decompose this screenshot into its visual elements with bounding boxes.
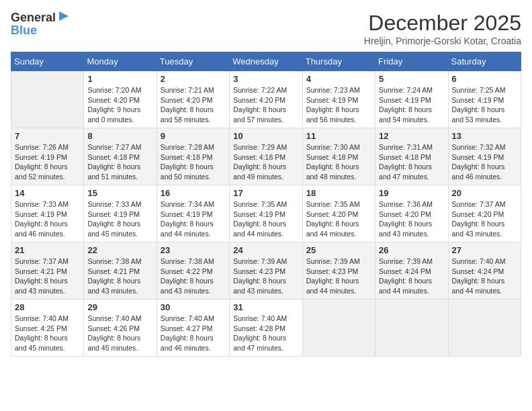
- page-header: General Blue December 2025 Hreljin, Prim…: [11, 11, 521, 46]
- logo-arrow-icon: [58, 10, 70, 22]
- cell-date-number: 30: [161, 302, 226, 312]
- calendar-cell: 22Sunrise: 7:38 AMSunset: 4:21 PMDayligh…: [84, 242, 157, 300]
- cell-date-number: 31: [233, 302, 298, 312]
- calendar-table: SundayMondayTuesdayWednesdayThursdayFrid…: [11, 52, 521, 357]
- calendar-cell: 2Sunrise: 7:21 AMSunset: 4:20 PMDaylight…: [157, 71, 229, 128]
- cell-date-number: 8: [87, 131, 152, 141]
- logo-blue: Blue: [11, 24, 37, 38]
- calendar-cell: 29Sunrise: 7:40 AMSunset: 4:26 PMDayligh…: [84, 300, 157, 357]
- cell-info-text: Sunrise: 7:35 AMSunset: 4:20 PMDaylight:…: [306, 199, 371, 239]
- calendar-cell: 23Sunrise: 7:38 AMSunset: 4:22 PMDayligh…: [157, 242, 229, 300]
- cell-info-text: Sunrise: 7:39 AMSunset: 4:23 PMDaylight:…: [306, 257, 371, 296]
- calendar-cell: 26Sunrise: 7:39 AMSunset: 4:24 PMDayligh…: [375, 242, 448, 300]
- calendar-cell: 5Sunrise: 7:24 AMSunset: 4:19 PMDaylight…: [375, 71, 448, 128]
- cell-info-text: Sunrise: 7:23 AMSunset: 4:19 PMDaylight:…: [306, 85, 371, 125]
- cell-info-text: Sunrise: 7:40 AMSunset: 4:25 PMDaylight:…: [15, 314, 80, 353]
- calendar-cell: [375, 300, 448, 357]
- cell-date-number: 7: [15, 131, 80, 141]
- cell-date-number: 6: [452, 74, 517, 84]
- cell-info-text: Sunrise: 7:25 AMSunset: 4:19 PMDaylight:…: [452, 85, 517, 125]
- cell-date-number: 14: [15, 188, 80, 198]
- cell-info-text: Sunrise: 7:39 AMSunset: 4:23 PMDaylight:…: [233, 257, 298, 296]
- cell-info-text: Sunrise: 7:40 AMSunset: 4:27 PMDaylight:…: [161, 314, 226, 353]
- cell-info-text: Sunrise: 7:21 AMSunset: 4:20 PMDaylight:…: [161, 85, 226, 125]
- cell-date-number: 18: [306, 188, 371, 198]
- calendar-cell: 16Sunrise: 7:34 AMSunset: 4:19 PMDayligh…: [157, 185, 229, 242]
- cell-info-text: Sunrise: 7:33 AMSunset: 4:19 PMDaylight:…: [15, 199, 80, 239]
- calendar-cell: 30Sunrise: 7:40 AMSunset: 4:27 PMDayligh…: [157, 300, 229, 357]
- cell-info-text: Sunrise: 7:28 AMSunset: 4:18 PMDaylight:…: [161, 142, 226, 182]
- cell-info-text: Sunrise: 7:38 AMSunset: 4:22 PMDaylight:…: [161, 257, 226, 296]
- calendar-cell: 7Sunrise: 7:26 AMSunset: 4:19 PMDaylight…: [11, 128, 84, 185]
- cell-info-text: Sunrise: 7:22 AMSunset: 4:20 PMDaylight:…: [233, 85, 298, 125]
- calendar-cell: 11Sunrise: 7:30 AMSunset: 4:18 PMDayligh…: [302, 128, 375, 185]
- calendar-cell: 13Sunrise: 7:32 AMSunset: 4:19 PMDayligh…: [448, 128, 521, 185]
- calendar-cell: 6Sunrise: 7:25 AMSunset: 4:19 PMDaylight…: [448, 71, 521, 128]
- cell-date-number: 28: [15, 302, 80, 312]
- cell-date-number: 27: [452, 245, 517, 255]
- header-day-monday: Monday: [84, 52, 157, 71]
- cell-date-number: 22: [87, 245, 152, 255]
- week-row-3: 21Sunrise: 7:37 AMSunset: 4:21 PMDayligh…: [11, 242, 521, 300]
- header-day-saturday: Saturday: [448, 52, 521, 71]
- cell-date-number: 23: [161, 245, 226, 255]
- month-title: December 2025: [364, 11, 521, 36]
- cell-info-text: Sunrise: 7:31 AMSunset: 4:18 PMDaylight:…: [379, 142, 444, 182]
- cell-date-number: 24: [233, 245, 298, 255]
- cell-info-text: Sunrise: 7:40 AMSunset: 4:24 PMDaylight:…: [452, 257, 517, 296]
- cell-info-text: Sunrise: 7:30 AMSunset: 4:18 PMDaylight:…: [306, 142, 371, 182]
- calendar-cell: 24Sunrise: 7:39 AMSunset: 4:23 PMDayligh…: [230, 242, 302, 300]
- cell-info-text: Sunrise: 7:24 AMSunset: 4:19 PMDaylight:…: [379, 85, 444, 125]
- header-day-thursday: Thursday: [302, 52, 375, 71]
- header-day-friday: Friday: [375, 52, 448, 71]
- cell-date-number: 25: [306, 245, 371, 255]
- calendar-cell: 17Sunrise: 7:35 AMSunset: 4:19 PMDayligh…: [230, 185, 302, 242]
- header-day-tuesday: Tuesday: [157, 52, 229, 71]
- calendar-cell: 28Sunrise: 7:40 AMSunset: 4:25 PMDayligh…: [11, 300, 84, 357]
- cell-date-number: 19: [379, 188, 444, 198]
- cell-date-number: 9: [161, 131, 226, 141]
- cell-date-number: 10: [233, 131, 298, 141]
- cell-info-text: Sunrise: 7:37 AMSunset: 4:21 PMDaylight:…: [15, 257, 80, 296]
- cell-date-number: 20: [452, 188, 517, 198]
- calendar-cell: 8Sunrise: 7:27 AMSunset: 4:18 PMDaylight…: [84, 128, 157, 185]
- calendar-cell: 19Sunrise: 7:36 AMSunset: 4:20 PMDayligh…: [375, 185, 448, 242]
- calendar-cell: [302, 300, 375, 357]
- calendar-cell: 15Sunrise: 7:33 AMSunset: 4:19 PMDayligh…: [84, 185, 157, 242]
- location-subtitle: Hreljin, Primorje-Gorski Kotar, Croatia: [364, 36, 521, 46]
- calendar-cell: 4Sunrise: 7:23 AMSunset: 4:19 PMDaylight…: [302, 71, 375, 128]
- week-row-1: 7Sunrise: 7:26 AMSunset: 4:19 PMDaylight…: [11, 128, 521, 185]
- week-row-2: 14Sunrise: 7:33 AMSunset: 4:19 PMDayligh…: [11, 185, 521, 242]
- cell-date-number: 29: [87, 302, 152, 312]
- cell-info-text: Sunrise: 7:36 AMSunset: 4:20 PMDaylight:…: [379, 199, 444, 239]
- calendar-cell: [11, 71, 84, 128]
- calendar-cell: 14Sunrise: 7:33 AMSunset: 4:19 PMDayligh…: [11, 185, 84, 242]
- cell-info-text: Sunrise: 7:20 AMSunset: 4:20 PMDaylight:…: [87, 85, 152, 125]
- calendar-cell: 21Sunrise: 7:37 AMSunset: 4:21 PMDayligh…: [11, 242, 84, 300]
- calendar-cell: 31Sunrise: 7:40 AMSunset: 4:28 PMDayligh…: [230, 300, 302, 357]
- cell-date-number: 11: [306, 131, 371, 141]
- cell-info-text: Sunrise: 7:32 AMSunset: 4:19 PMDaylight:…: [452, 142, 517, 182]
- header-row: SundayMondayTuesdayWednesdayThursdayFrid…: [11, 52, 521, 71]
- cell-info-text: Sunrise: 7:37 AMSunset: 4:20 PMDaylight:…: [452, 199, 517, 239]
- cell-date-number: 17: [233, 188, 298, 198]
- calendar-cell: 3Sunrise: 7:22 AMSunset: 4:20 PMDaylight…: [230, 71, 302, 128]
- week-row-0: 1Sunrise: 7:20 AMSunset: 4:20 PMDaylight…: [11, 71, 521, 128]
- cell-date-number: 15: [87, 188, 152, 198]
- cell-info-text: Sunrise: 7:27 AMSunset: 4:18 PMDaylight:…: [87, 142, 152, 182]
- cell-date-number: 16: [161, 188, 226, 198]
- cell-info-text: Sunrise: 7:39 AMSunset: 4:24 PMDaylight:…: [379, 257, 444, 296]
- calendar-cell: 12Sunrise: 7:31 AMSunset: 4:18 PMDayligh…: [375, 128, 448, 185]
- svg-marker-0: [59, 11, 69, 21]
- cell-info-text: Sunrise: 7:26 AMSunset: 4:19 PMDaylight:…: [15, 142, 80, 182]
- cell-date-number: 1: [87, 74, 152, 84]
- cell-info-text: Sunrise: 7:40 AMSunset: 4:28 PMDaylight:…: [233, 314, 298, 353]
- cell-info-text: Sunrise: 7:35 AMSunset: 4:19 PMDaylight:…: [233, 199, 298, 239]
- cell-date-number: 5: [379, 74, 444, 84]
- header-day-sunday: Sunday: [11, 52, 84, 71]
- cell-info-text: Sunrise: 7:33 AMSunset: 4:19 PMDaylight:…: [87, 199, 152, 239]
- logo-general: General: [11, 11, 56, 25]
- cell-date-number: 13: [452, 131, 517, 141]
- cell-date-number: 21: [15, 245, 80, 255]
- calendar-cell: [448, 300, 521, 357]
